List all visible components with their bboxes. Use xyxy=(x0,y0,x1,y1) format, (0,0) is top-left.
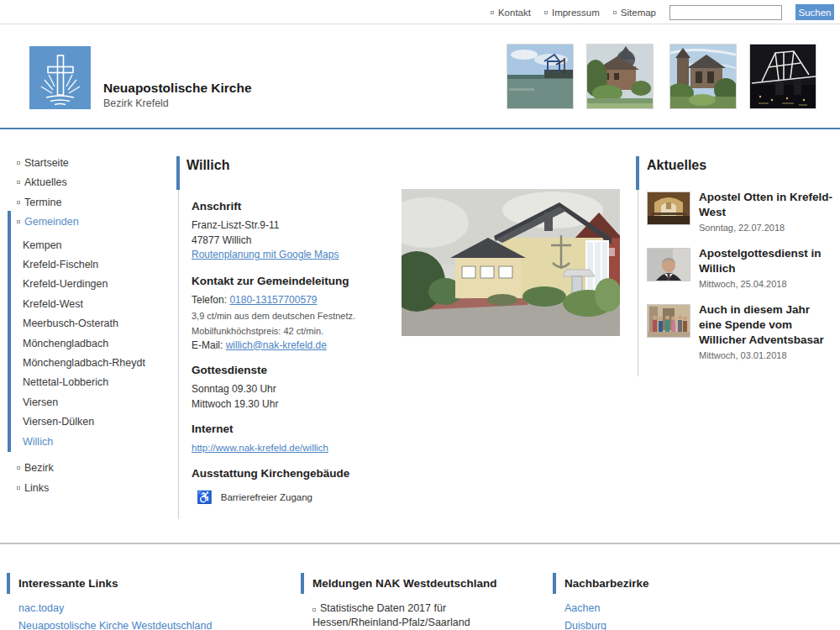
sidebar-item-label: Mönchengladbach xyxy=(23,338,108,349)
square-bullet-icon xyxy=(312,608,316,612)
sidebar-item-label: Viersen-Dülken xyxy=(23,416,94,428)
square-bullet-icon xyxy=(17,220,20,223)
news-date: Sonntag, 22.07.2018 xyxy=(699,223,833,233)
site-title: Neuapostolische Kirche xyxy=(103,81,252,96)
phone-link[interactable]: 0180-13157700579 xyxy=(229,294,317,306)
sidebar-item-viersen[interactable]: Viersen xyxy=(7,392,171,412)
topnav-kontakt[interactable]: Kontakt xyxy=(491,8,531,18)
header-photo-mill xyxy=(586,44,654,109)
anschrift-heading: Anschrift xyxy=(192,200,397,213)
burg-linn-castle-icon xyxy=(670,45,736,108)
top-utility-bar: Kontakt Impressum Sitemap Suchen xyxy=(0,0,840,24)
news-title[interactable]: Apostel Otten in Krefeld-West xyxy=(699,190,833,220)
sidebar-item-krefeld-fischeln[interactable]: Krefeld-Fischeln xyxy=(7,255,171,274)
footer-col3-accent-bar xyxy=(553,573,556,594)
email-link[interactable]: willich@nak-krefeld.de xyxy=(226,339,327,351)
square-bullet-icon xyxy=(17,181,20,184)
google-maps-link[interactable]: Routenplanung mit Google Maps xyxy=(192,249,339,260)
sidebar-item-termine[interactable]: Termine xyxy=(7,192,171,213)
news-item-apostel-otten[interactable]: Apostel Otten in Krefeld-West Sonntag, 2… xyxy=(647,190,833,233)
header-divider xyxy=(0,128,840,129)
footer-link-nactoday[interactable]: nac.today xyxy=(18,600,212,617)
sidebar-item-kempen[interactable]: Kempen xyxy=(7,235,171,255)
header-photo-harbor xyxy=(507,44,574,109)
footer-link-aachen[interactable]: Aachen xyxy=(564,600,606,617)
page-title: Willich xyxy=(186,158,229,173)
internet-heading: Internet xyxy=(192,423,397,435)
sidebar-item-label: Krefeld-Uerdingen xyxy=(23,278,108,290)
ausstattung-heading: Ausstattung Kirchengebäude xyxy=(192,467,397,480)
square-bullet-icon xyxy=(17,486,20,490)
congregation-url-link[interactable]: http://www.nak-krefeld.de/willich xyxy=(192,443,328,453)
sidebar-gemeinden-submenu: Kempen Krefeld-Fischeln Krefeld-Uerdinge… xyxy=(7,235,171,451)
sidebar-item-label: Startseite xyxy=(24,157,69,169)
sidebar-item-willich[interactable]: Willich xyxy=(7,432,171,451)
gottesdienste-heading: Gottesdienste xyxy=(192,364,397,376)
aktuelles-column-separator xyxy=(638,190,638,376)
sidebar-item-krefeld-west[interactable]: Krefeld-West xyxy=(7,294,171,313)
topnav-impressum-label: Impressum xyxy=(552,8,600,18)
footer-meldung-item[interactable]: Statistische Daten 2017 für Hessen/Rhein… xyxy=(312,601,533,630)
footer-meldungen-heading: Meldungen NAK Westdeutschland xyxy=(312,577,497,590)
sidebar-item-label: Meerbusch-Osterath xyxy=(23,318,118,329)
sidebar-item-label: Krefeld-West xyxy=(23,298,83,310)
header-photo-bridge xyxy=(749,44,816,109)
sidebar-item-aktuelles[interactable]: Aktuelles xyxy=(7,173,171,193)
sidebar-item-moenchengladbach-rheydt[interactable]: Mönchengladbach-Rheydt xyxy=(7,353,171,372)
sidebar-nav: Startseite Aktuelles Termine Gemeinden K… xyxy=(7,153,171,497)
sidebar-item-label: Bezirk xyxy=(24,462,54,474)
page: Kontakt Impressum Sitemap Suchen Neuapos… xyxy=(0,0,840,630)
internet-section: Internet http://www.nak-krefeld.de/willi… xyxy=(192,423,397,456)
news-item-apostelgottesdienst[interactable]: Apostelgottesdienst in Willich Mittwoch,… xyxy=(647,246,833,289)
sidebar-item-label: Gemeinden xyxy=(24,216,79,228)
ausstattung-section: Ausstattung Kirchengebäude ♿ Barrierefre… xyxy=(192,467,397,505)
topnav-impressum[interactable]: Impressum xyxy=(544,8,600,18)
news-item-adventsbasar[interactable]: Auch in diesem Jahr eine Spende vom Will… xyxy=(647,302,833,360)
telefon-label: Telefon: xyxy=(192,294,229,306)
willich-church-photo xyxy=(402,189,620,336)
footer-link-nak-west[interactable]: Neuapostolische Kirche Westdeutschland xyxy=(18,617,212,630)
square-bullet-icon xyxy=(491,11,494,14)
sidebar-item-nettetal-lobberich[interactable]: Nettetal-Lobberich xyxy=(7,373,171,392)
uerdingen-bridge-night-icon xyxy=(750,45,816,108)
footer-link-duisburg[interactable]: Duisburg xyxy=(564,617,606,630)
email-label: E-Mail: xyxy=(192,339,226,351)
service-time-wednesday: Mittwoch 19.30 Uhr xyxy=(192,397,397,412)
group-photo-icon xyxy=(648,305,690,337)
aktuelles-accent-bar xyxy=(636,156,639,190)
main-title-accent-bar xyxy=(176,156,180,190)
sidebar-item-label: Willich xyxy=(23,436,53,448)
street-line: Franz-Liszt-Str.9-11 xyxy=(192,218,397,234)
sidebar-item-label: Mönchengladbach-Rheydt xyxy=(23,357,145,369)
topnav-sitemap-label: Sitemap xyxy=(621,8,656,18)
sidebar-item-krefeld-uerdingen[interactable]: Krefeld-Uerdingen xyxy=(7,275,171,294)
square-bullet-icon xyxy=(17,201,20,204)
portrait-icon xyxy=(648,249,690,281)
square-bullet-icon xyxy=(544,11,548,14)
gottesdienste-section: Gottesdienste Sonntag 09.30 Uhr Mittwoch… xyxy=(192,364,397,412)
search-input[interactable] xyxy=(669,5,782,20)
anschrift-section: Anschrift Franz-Liszt-Str.9-11 47877 Wil… xyxy=(192,200,397,263)
sidebar-item-startseite[interactable]: Startseite xyxy=(7,153,171,173)
sidebar-item-bezirk[interactable]: Bezirk xyxy=(7,458,171,478)
news-title[interactable]: Auch in diesem Jahr eine Spende vom Will… xyxy=(699,302,833,348)
sidebar-item-label: Kempen xyxy=(23,239,62,251)
advent-bazaar-group-thumb[interactable] xyxy=(647,304,690,338)
aktuelles-heading: Aktuelles xyxy=(647,158,706,173)
topnav-sitemap[interactable]: Sitemap xyxy=(613,8,656,18)
footer-nachbarbezirke-list: Aachen Duisburg xyxy=(564,600,606,630)
sidebar-item-gemeinden[interactable]: Gemeinden xyxy=(7,213,171,233)
topnav-kontakt-label: Kontakt xyxy=(498,8,531,18)
church-interior-thumb[interactable] xyxy=(647,192,690,225)
sidebar-item-viersen-duelken[interactable]: Viersen-Dülken xyxy=(7,412,171,432)
church-building-icon xyxy=(402,189,620,336)
apostle-portrait-thumb[interactable] xyxy=(647,248,690,281)
sidebar-item-label: Aktuelles xyxy=(24,176,67,188)
news-title[interactable]: Apostelgottesdienst in Willich xyxy=(699,246,833,276)
sidebar-item-moenchengladbach[interactable]: Mönchengladbach xyxy=(7,333,171,353)
phone-note-1: 3,9 ct/min aus dem deutschen Festnetz. xyxy=(192,308,397,323)
sidebar-item-links[interactable]: Links xyxy=(7,478,171,498)
nak-logo[interactable] xyxy=(29,46,91,109)
search-button[interactable]: Suchen xyxy=(795,4,834,20)
sidebar-item-meerbusch-osterath[interactable]: Meerbusch-Osterath xyxy=(7,314,171,333)
